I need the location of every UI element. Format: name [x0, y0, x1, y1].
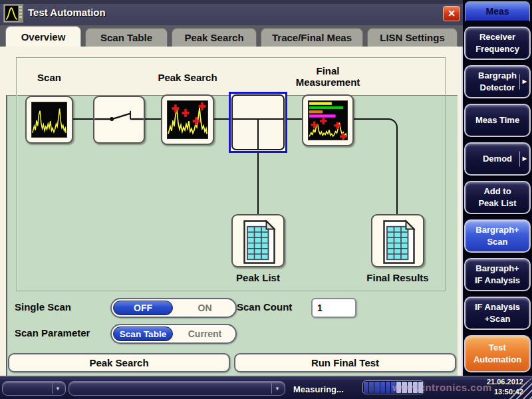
submenu-arrow-icon: ▶ — [519, 74, 527, 90]
main-window: Test Automation ✕ Overview Scan Table Pe… — [0, 0, 463, 376]
test-automation-screen: Test Automation ✕ Overview Scan Table Pe… — [0, 0, 532, 399]
run-final-test-button[interactable]: Run Final Test — [234, 353, 456, 372]
submenu-arrow-icon: ▶ — [519, 152, 527, 167]
peak-search-trace-icon — [167, 100, 208, 139]
window-title: Test Automation — [28, 7, 106, 18]
menu-header-meas: Meas — [465, 1, 530, 22]
connector-line — [287, 118, 302, 120]
progress-segment — [418, 382, 423, 393]
single-scan-label: Single Scan — [15, 301, 71, 313]
progress-segment — [408, 382, 412, 393]
scan-parameter-current-option[interactable]: Current — [176, 327, 234, 341]
softkey-add-to-peak-list[interactable]: Add to Peak List — [464, 181, 531, 214]
softkey-label: Demod — [483, 153, 512, 165]
peak-list-label: Peak List — [218, 272, 298, 283]
final-measurement-stage-icon[interactable] — [302, 94, 354, 146]
softkey-menu: Meas Receiver Frequency Bargraph Detecto… — [463, 0, 532, 376]
scan-trace-icon — [31, 102, 67, 138]
connector-line — [73, 118, 93, 120]
final-results-icon[interactable] — [371, 214, 424, 267]
connector-line — [214, 118, 229, 120]
junction-line-vertical — [257, 118, 259, 149]
progress-segment — [364, 382, 368, 393]
scan-count-label: Scan Count — [237, 301, 292, 313]
bargraph-trace-icon — [308, 100, 348, 140]
scan-stage-label: Scan — [16, 72, 82, 83]
document-table-icon — [235, 218, 283, 266]
scan-count-input[interactable] — [311, 298, 356, 318]
progress-segment — [369, 382, 374, 393]
peak-list-icon[interactable] — [231, 214, 285, 267]
tab-overview[interactable]: Overview — [5, 26, 81, 47]
tab-scan-table[interactable]: Scan Table — [85, 28, 168, 47]
connector-line — [396, 126, 398, 214]
softkey-bargraph-if-analysis[interactable]: Bargraph+ IF Analysis — [464, 258, 531, 291]
status-dropdown-2[interactable]: ▼ — [68, 381, 285, 396]
app-icon — [3, 4, 23, 23]
progress-segment — [396, 382, 401, 393]
peak-search-stage-label: Peak Search — [148, 72, 227, 83]
softkey-bargraph-detector[interactable]: Bargraph Detector ▶ — [464, 65, 531, 98]
final-results-label: Final Results — [358, 272, 438, 283]
junction-box-selected[interactable] — [229, 92, 287, 153]
tab-trace-final-meas[interactable]: Trace/Final Meas — [261, 28, 363, 47]
connector-line — [354, 118, 389, 120]
single-scan-on-option[interactable]: ON — [176, 301, 234, 315]
chevron-down-icon: ▼ — [271, 383, 283, 394]
switch-icon — [94, 97, 144, 142]
softkey-if-analysis-scan[interactable]: IF Analysis +Scan — [464, 297, 531, 330]
chevron-down-icon: ▼ — [52, 383, 63, 394]
single-scan-off-option[interactable]: OFF — [113, 301, 173, 315]
status-bar: ▼ ▼ — [0, 376, 532, 399]
progress-segment — [386, 382, 390, 393]
peak-search-stage-icon[interactable] — [161, 94, 214, 145]
status-date: 21.06.2012 — [462, 377, 523, 387]
softkey-bargraph-scan[interactable]: Bargraph+ Scan — [464, 219, 531, 253]
progress-segment — [413, 382, 418, 393]
tab-lisn-settings[interactable]: LISN Settings — [367, 28, 458, 47]
progress-segment — [380, 382, 385, 393]
scan-stage-icon[interactable] — [25, 96, 73, 144]
scan-parameter-toggle: Scan Table Current — [110, 324, 237, 344]
progress-bar — [362, 380, 424, 394]
final-measurement-stage-label: Final Measurement — [288, 65, 368, 88]
softkey-demod[interactable]: Demod ▶ — [464, 142, 531, 176]
close-icon[interactable]: ✕ — [443, 6, 460, 21]
scan-switch-box[interactable] — [93, 96, 145, 144]
single-scan-toggle: OFF ON — [110, 298, 237, 318]
scan-parameter-label: Scan Parameter — [15, 327, 90, 338]
progress-segment — [374, 382, 379, 393]
document-table-icon — [375, 218, 423, 266]
progress-segment — [391, 382, 396, 393]
softkey-label: Bargraph Detector — [478, 70, 517, 93]
connector-line — [145, 118, 161, 120]
softkey-meas-time[interactable]: Meas Time — [464, 104, 531, 137]
softkey-test-automation[interactable]: Test Automation — [464, 335, 531, 372]
scan-parameter-scan-table-option[interactable]: Scan Table — [113, 327, 173, 341]
peak-search-button[interactable]: Peak Search — [8, 353, 230, 372]
tab-peak-search[interactable]: Peak Search — [172, 28, 257, 47]
title-bar: Test Automation ✕ — [0, 0, 463, 25]
connector-line — [257, 152, 259, 214]
junction-box-inner — [231, 94, 285, 150]
status-measuring-text: Measuring... — [293, 384, 344, 394]
softkey-receiver-frequency[interactable]: Receiver Frequency — [464, 27, 531, 60]
progress-segment — [402, 382, 406, 393]
status-dropdown-1[interactable]: ▼ — [2, 381, 66, 396]
tab-bar: Overview Scan Table Peak Search Trace/Fi… — [0, 25, 463, 47]
